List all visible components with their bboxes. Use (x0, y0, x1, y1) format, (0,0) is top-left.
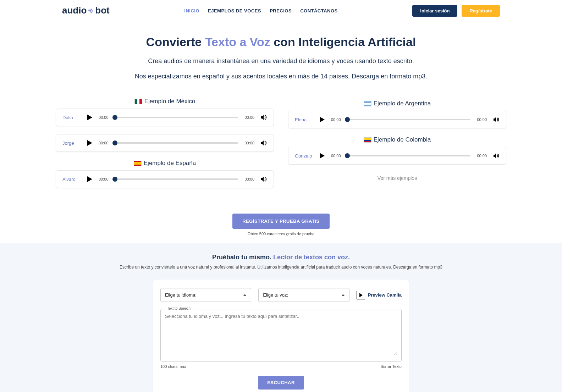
char-counter: 100 chars max (160, 364, 186, 369)
audio-player-alvaro: Alvaro 00:00 00:00 (56, 170, 274, 188)
nav-ejemplos[interactable]: EJEMPLOS DE VOCES (208, 8, 261, 13)
clear-text-button[interactable]: Borrar Texto (380, 364, 402, 369)
tts-textarea[interactable] (165, 314, 397, 355)
time-start: 00:00 (331, 154, 341, 158)
scrubber-thumb[interactable] (112, 115, 117, 120)
voice-label: Elena (295, 117, 313, 122)
try-title: Pruébalo tu mismo. Lector de textos con … (0, 254, 562, 261)
time-end: 00:00 (477, 117, 487, 122)
svg-point-0 (89, 11, 89, 11)
play-icon[interactable] (87, 140, 92, 146)
audio-scrubber[interactable] (115, 142, 238, 144)
volume-icon[interactable] (493, 117, 500, 122)
example-title-espana: Ejemplo de España (56, 160, 274, 167)
time-end: 00:00 (244, 177, 254, 181)
audio-scrubber[interactable] (115, 117, 238, 118)
play-icon[interactable] (320, 153, 325, 159)
voice-label: Dalia (62, 115, 81, 120)
logo-text-audio: audio (62, 5, 87, 16)
flag-mexico-icon (134, 99, 142, 104)
example-title-colombia: Ejemplo de Colombia (288, 136, 506, 143)
more-examples-link[interactable]: Ver más ejemplos (288, 175, 506, 181)
chevron-up-icon (243, 294, 247, 296)
preview-play-button[interactable] (357, 291, 365, 299)
try-subtitle: Escribe un texto y conviértelo a una voz… (0, 265, 562, 270)
audio-player-gonzalo: Gonzalo 00:00 00:00 (288, 147, 506, 165)
register-button[interactable]: Regístrate (462, 5, 500, 17)
chevron-up-icon (341, 294, 345, 296)
scrubber-thumb[interactable] (112, 140, 117, 145)
flag-argentina-icon (364, 101, 371, 106)
time-start: 00:00 (99, 141, 109, 145)
listen-button[interactable]: ESCUCHAR (258, 376, 304, 390)
login-button[interactable]: Iniciar sesión (412, 5, 457, 17)
flag-colombia-icon (364, 137, 371, 143)
audio-scrubber[interactable] (347, 119, 471, 120)
volume-icon[interactable] (261, 115, 267, 120)
volume-icon[interactable] (261, 176, 267, 182)
textarea-legend: Text to Speech (165, 307, 193, 310)
sound-wave-icon (87, 6, 94, 17)
volume-icon[interactable] (261, 140, 267, 146)
voice-label: Jorge (62, 140, 81, 146)
logo-text-bot: bot (95, 5, 109, 16)
register-cta-button[interactable]: REGÍSTRATE Y PRUEBA GRATIS (232, 214, 329, 229)
site-logo[interactable]: audiobot (62, 5, 110, 17)
audio-scrubber[interactable] (347, 155, 471, 156)
time-start: 00:00 (99, 115, 109, 120)
nav-inicio[interactable]: INICIO (184, 8, 199, 13)
play-icon[interactable] (320, 117, 325, 122)
play-icon (359, 293, 363, 297)
audio-scrubber[interactable] (115, 178, 238, 180)
volume-icon[interactable] (493, 153, 500, 159)
audio-player-dalia: Dalia 00:00 00:00 (56, 109, 274, 126)
voice-select[interactable]: Elige tu voz: (258, 288, 349, 302)
hero-subtitle-1: Crea audios de manera instantánea en una… (7, 57, 555, 65)
time-start: 00:00 (99, 177, 109, 181)
example-title-argentina: Ejemplo de Argentina (288, 100, 506, 107)
hero-subtitle-2: Nos especializamos en español y sus acen… (7, 73, 555, 80)
time-end: 00:00 (244, 141, 254, 145)
voice-label: Alvaro (62, 177, 81, 182)
audio-player-elena: Elena 00:00 00:00 (288, 111, 506, 128)
example-title-mexico: Ejemplo de México (56, 98, 274, 105)
play-icon[interactable] (87, 115, 92, 120)
flag-spain-icon (134, 161, 142, 166)
scrubber-thumb[interactable] (112, 177, 117, 182)
nav-contactanos[interactable]: CONTÁCTANOS (300, 8, 338, 13)
voice-select-label: Elige tu voz: (263, 292, 288, 298)
time-start: 00:00 (331, 117, 341, 122)
language-select-label: Elige tu idioma: (165, 292, 197, 298)
scrubber-thumb[interactable] (345, 153, 350, 158)
preview-label: Preview Camila (368, 292, 402, 298)
nav-precios[interactable]: PRECIOS (270, 8, 292, 13)
voice-label: Gonzalo (295, 153, 313, 159)
time-end: 00:00 (244, 115, 254, 120)
play-icon[interactable] (87, 176, 92, 182)
primary-nav: INICIO EJEMPLOS DE VOCES PRECIOS CONTÁCT… (184, 8, 337, 13)
time-end: 00:00 (477, 154, 487, 158)
language-select[interactable]: Elige tu idioma: (160, 288, 251, 302)
cta-subtext: Obten 500 caracteres gratis de prueba (0, 232, 562, 236)
scrubber-thumb[interactable] (345, 117, 350, 122)
audio-player-jorge: Jorge 00:00 00:00 (56, 134, 274, 152)
hero-title: Convierte Texto a Voz con Inteligencia A… (7, 35, 555, 49)
tts-textarea-wrap: Text to Speech (160, 309, 402, 361)
